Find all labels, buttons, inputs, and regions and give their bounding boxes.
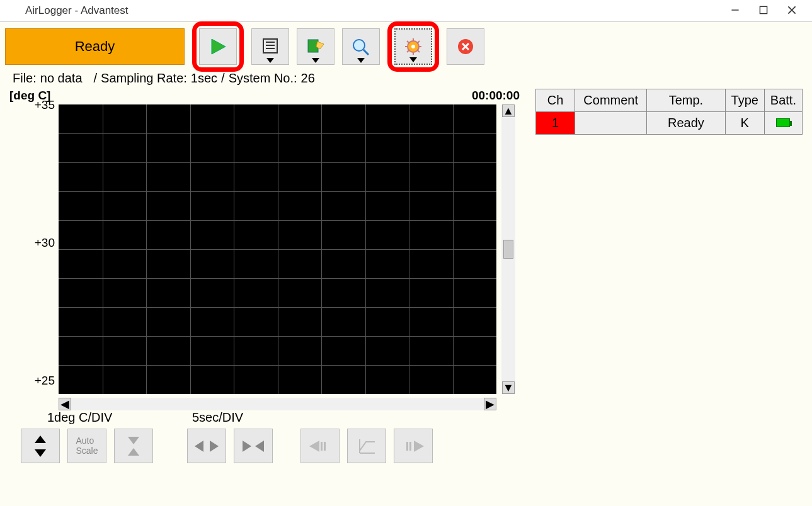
horizontal-scrollbar[interactable]: ◀ ▶ — [59, 398, 496, 410]
col-type: Type — [725, 89, 764, 112]
sampling-rate-label: Sampling Rate: — [101, 71, 187, 86]
x-zoom-out-button[interactable] — [187, 429, 226, 463]
pan-left-button[interactable] — [300, 429, 340, 463]
magnifier-icon — [352, 38, 370, 55]
vertical-scrollbar[interactable]: ▲ ▼ — [501, 104, 515, 394]
chevron-down-icon — [312, 58, 319, 63]
svg-marker-26 — [35, 436, 46, 443]
status-line: File: no data / Sampling Rate: 1sec / Sy… — [0, 71, 812, 86]
close-button[interactable] — [447, 28, 484, 65]
chevron-down-icon — [357, 58, 365, 63]
battery-icon — [776, 118, 790, 127]
y-zoom-updown-button[interactable] — [21, 429, 60, 463]
play-icon — [209, 37, 227, 56]
svg-rect-40 — [409, 442, 411, 451]
document-menu-button[interactable] — [251, 28, 289, 65]
svg-marker-4 — [212, 39, 226, 54]
system-no-label: System No.: — [229, 71, 297, 86]
y-zoom-in-button[interactable] — [114, 429, 153, 463]
title-bar: AirLogger - Advantest — [0, 0, 812, 22]
scroll-up-icon[interactable]: ▲ — [502, 104, 515, 117]
minimize-button[interactable] — [721, 4, 749, 18]
sampling-rate-value: 1sec — [191, 71, 217, 86]
cell-ch: 1 — [536, 112, 575, 135]
maximize-button[interactable] — [749, 4, 777, 18]
settings-menu-button[interactable] — [394, 28, 432, 65]
svg-marker-29 — [128, 448, 139, 456]
reset-home-button[interactable] — [347, 429, 386, 463]
table-header-row: Ch Comment Temp. Type Batt. — [536, 89, 803, 112]
svg-rect-39 — [406, 442, 408, 451]
y-axis-ticks: +35 +30 +25 — [9, 98, 59, 388]
svg-line-21 — [417, 41, 420, 43]
svg-marker-41 — [414, 441, 424, 452]
file-value: no data — [40, 71, 83, 86]
svg-marker-34 — [309, 441, 319, 452]
arrow-left-bar-icon — [309, 439, 331, 453]
toolbar: Ready — [0, 22, 812, 71]
play-button[interactable] — [199, 28, 237, 65]
gear-icon — [404, 38, 423, 55]
cell-batt — [764, 112, 802, 135]
document-icon — [261, 38, 280, 55]
edit-note-icon — [306, 38, 325, 55]
cell-temp: Ready — [647, 112, 725, 135]
svg-line-20 — [417, 50, 420, 52]
updown-arrows-icon — [33, 436, 47, 457]
reset-axis-icon — [357, 438, 376, 454]
scroll-left-icon[interactable]: ◀ — [59, 398, 71, 410]
svg-rect-36 — [324, 442, 326, 451]
x-zoom-in-button[interactable] — [234, 429, 273, 463]
svg-marker-30 — [195, 441, 203, 452]
cell-type: K — [725, 112, 764, 135]
window-title: AirLogger - Advantest — [25, 4, 128, 17]
svg-rect-1 — [760, 6, 767, 13]
x-div-label: 5sec/DIV — [192, 410, 243, 425]
elapsed-timer: 00:00:00 — [472, 89, 520, 103]
scroll-down-icon[interactable]: ▼ — [502, 381, 515, 394]
svg-marker-31 — [210, 441, 219, 452]
cell-comment — [575, 112, 647, 135]
scroll-right-icon[interactable]: ▶ — [484, 398, 496, 410]
svg-marker-28 — [128, 437, 139, 444]
arrows-out-horizontal-icon — [195, 439, 219, 453]
chart-area: [deg C] 00:00:00 +35 +30 +25 ▲ ▼ ◀ ▶ 1de… — [9, 89, 523, 463]
svg-marker-32 — [243, 441, 251, 452]
arrows-in-vertical-icon — [127, 436, 140, 457]
svg-point-14 — [411, 45, 415, 48]
col-temp: Temp. — [647, 89, 725, 112]
zoom-menu-button[interactable] — [342, 28, 380, 65]
svg-marker-33 — [255, 441, 264, 452]
col-ch: Ch — [536, 89, 575, 112]
auto-scale-button[interactable]: Auto Scale — [67, 429, 106, 463]
close-window-button[interactable] — [777, 4, 806, 18]
scroll-thumb[interactable] — [503, 240, 513, 259]
col-comment: Comment — [575, 89, 647, 112]
channel-table: Ch Comment Temp. Type Batt. 1 Ready K — [535, 89, 803, 463]
arrow-right-bar-icon — [403, 439, 424, 453]
close-icon — [457, 38, 474, 55]
system-no-value: 26 — [301, 71, 315, 86]
col-batt: Batt. — [764, 89, 802, 112]
settings-button-highlight — [387, 21, 439, 72]
plot-canvas[interactable] — [59, 104, 496, 394]
svg-line-22 — [407, 50, 409, 52]
svg-point-11 — [353, 40, 365, 51]
y-div-label: 1deg C/DIV — [47, 410, 192, 425]
svg-line-19 — [407, 41, 409, 43]
status-ready-box: Ready — [5, 28, 185, 65]
edit-menu-button[interactable] — [297, 28, 335, 65]
svg-rect-35 — [321, 442, 323, 451]
svg-marker-27 — [35, 449, 46, 457]
file-label: File: — [13, 71, 37, 86]
svg-line-12 — [363, 50, 369, 55]
chevron-down-icon — [409, 57, 417, 62]
table-row[interactable]: 1 Ready K — [536, 112, 803, 135]
pan-right-button[interactable] — [394, 429, 433, 463]
chevron-down-icon — [266, 58, 274, 63]
arrows-in-horizontal-icon — [241, 439, 265, 453]
play-button-highlight — [192, 21, 244, 72]
